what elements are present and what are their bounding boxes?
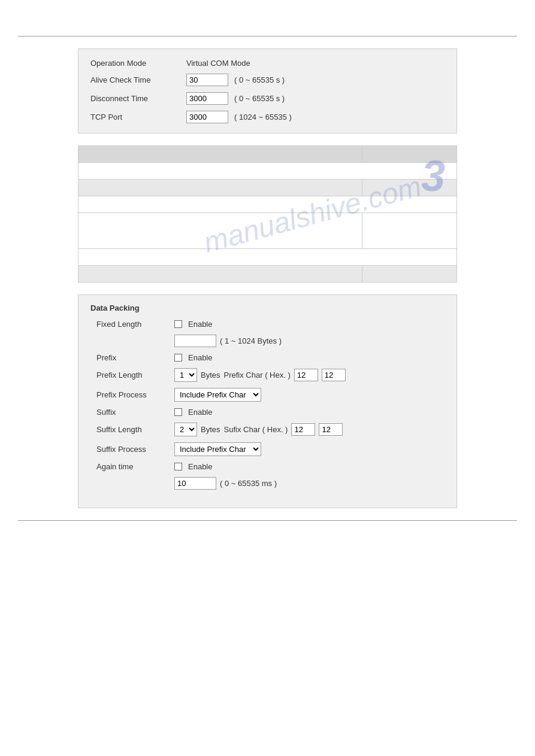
prefix-process-select[interactable]: Include Prefix Char Exclude Prefix Char <box>174 388 261 402</box>
again-time-row: Again time Enable <box>90 462 445 471</box>
tcp-port-label: TCP Port <box>90 113 186 122</box>
side-number: 3 <box>421 151 445 201</box>
fixed-length-label: Fixed Length <box>90 320 174 329</box>
suffix-length-label: Suffix Length <box>90 425 174 434</box>
prefix-char-input2[interactable] <box>322 369 346 381</box>
disconnect-time-label: Disconnect Time <box>90 94 186 103</box>
disconnect-time-row: Disconnect Time ( 0 ~ 65535 s ) <box>90 92 445 105</box>
disconnect-time-input[interactable] <box>186 92 228 105</box>
suffix-process-select[interactable]: Include Prefix Char Exclude Prefix Char <box>174 442 261 456</box>
operation-section: Operation Mode Virtual COM Mode Alive Ch… <box>78 48 457 133</box>
grid-row-6 <box>78 266 457 283</box>
again-time-value-content: ( 0 ~ 65535 ms ) <box>174 477 277 490</box>
suffix-process-row: Suffix Process Include Prefix Char Exclu… <box>90 442 445 456</box>
suffix-length-content: 1 2 3 Bytes Sufix Char ( Hex. ) <box>174 423 343 436</box>
grid-cell-3 <box>78 196 457 213</box>
suffix-enable-content: Enable <box>174 408 212 417</box>
fixed-length-checkbox[interactable] <box>174 320 182 328</box>
prefix-process-content: Include Prefix Char Exclude Prefix Char <box>174 388 261 402</box>
grid-header-main <box>78 146 362 163</box>
grid-cell-6a <box>78 266 362 283</box>
prefix-process-row: Prefix Process Include Prefix Char Exclu… <box>90 388 445 402</box>
alive-check-label: Alive Check Time <box>90 75 186 84</box>
data-packing-section: Data Packing Fixed Length Enable ( 1 ~ 1… <box>78 294 457 508</box>
grid-cell-2a <box>78 180 362 196</box>
sufix-char-label: Sufix Char ( Hex. ) <box>224 425 288 434</box>
prefix-process-label: Prefix Process <box>90 390 174 399</box>
tcp-port-range: ( 1024 ~ 65535 ) <box>234 113 292 122</box>
grid-row-3 <box>78 196 457 213</box>
again-time-label: Again time <box>90 462 174 471</box>
prefix-char-input1[interactable] <box>294 369 318 381</box>
prefix-length-select[interactable]: 1 2 <box>174 368 197 382</box>
grid-row-5 <box>78 249 457 266</box>
grid-cell-5 <box>78 249 457 266</box>
prefix-label: Prefix <box>90 353 174 362</box>
suffix-char-input2[interactable] <box>319 423 343 436</box>
suffix-process-label: Suffix Process <box>90 445 174 454</box>
grid-cell-6b <box>362 266 457 283</box>
again-time-checkbox[interactable] <box>174 463 182 470</box>
grid-cell-1 <box>78 163 457 180</box>
tcp-port-input[interactable] <box>186 111 228 123</box>
grid-row-4 <box>78 213 457 249</box>
prefix-length-content: 1 2 Bytes Prefix Char ( Hex. ) <box>174 368 346 382</box>
suffix-checkbox[interactable] <box>174 408 182 416</box>
data-packing-title: Data Packing <box>90 303 445 312</box>
grid-header-row <box>78 146 457 163</box>
prefix-checkbox[interactable] <box>174 354 182 362</box>
prefix-char-label: Prefix Char ( Hex. ) <box>224 371 291 379</box>
operation-mode-label: Operation Mode <box>90 59 186 68</box>
grid-row-2 <box>78 180 457 196</box>
top-divider <box>18 36 517 37</box>
grid-cell-4a <box>78 213 362 249</box>
fixed-length-enable-label: Enable <box>188 320 212 329</box>
suffix-length-select[interactable]: 1 2 3 <box>174 423 197 436</box>
suffix-row: Suffix Enable <box>90 408 445 417</box>
fixed-length-value-content: ( 1 ~ 1024 Bytes ) <box>174 335 282 347</box>
suffix-enable-label: Enable <box>188 408 212 417</box>
alive-check-row: Alive Check Time ( 0 ~ 65535 s ) <box>90 74 445 86</box>
fixed-length-value-row: ( 1 ~ 1024 Bytes ) <box>90 335 445 347</box>
grid-table <box>78 145 457 283</box>
suffix-bytes-label: Bytes <box>201 425 220 434</box>
fixed-length-content: Enable <box>174 320 212 329</box>
disconnect-time-range: ( 0 ~ 65535 s ) <box>234 94 285 103</box>
fixed-length-range: ( 1 ~ 1024 Bytes ) <box>220 336 282 345</box>
again-time-enable-label: Enable <box>188 462 212 471</box>
suffix-process-content: Include Prefix Char Exclude Prefix Char <box>174 442 261 456</box>
page-container: Operation Mode Virtual COM Mode Alive Ch… <box>0 36 535 756</box>
operation-mode-row: Operation Mode Virtual COM Mode <box>90 59 445 68</box>
tcp-port-row: TCP Port ( 1024 ~ 65535 ) <box>90 111 445 123</box>
grid-row-1 <box>78 163 457 180</box>
again-time-enable-content: Enable <box>174 462 212 471</box>
alive-check-input[interactable] <box>186 74 228 86</box>
prefix-length-label: Prefix Length <box>90 371 174 379</box>
prefix-bytes-label: Bytes <box>201 371 220 379</box>
suffix-length-row: Suffix Length 1 2 3 Bytes Sufix Char ( H… <box>90 423 445 436</box>
prefix-row: Prefix Enable <box>90 353 445 362</box>
bottom-divider <box>18 520 517 521</box>
grid-cell-4b <box>362 213 457 249</box>
prefix-enable-content: Enable <box>174 353 212 362</box>
prefix-enable-label: Enable <box>188 353 212 362</box>
suffix-label: Suffix <box>90 408 174 417</box>
again-time-value-row: ( 0 ~ 65535 ms ) <box>90 477 445 490</box>
again-time-input[interactable] <box>174 477 216 490</box>
prefix-length-row: Prefix Length 1 2 Bytes Prefix Char ( He… <box>90 368 445 382</box>
operation-mode-value: Virtual COM Mode <box>186 59 250 68</box>
grid-section-wrapper: 3 manualshive.com <box>78 145 457 283</box>
fixed-length-input[interactable] <box>174 335 216 347</box>
suffix-char-input1[interactable] <box>291 423 315 436</box>
alive-check-range: ( 0 ~ 65535 s ) <box>234 75 285 84</box>
again-time-range: ( 0 ~ 65535 ms ) <box>220 479 277 488</box>
fixed-length-row: Fixed Length Enable <box>90 320 445 329</box>
